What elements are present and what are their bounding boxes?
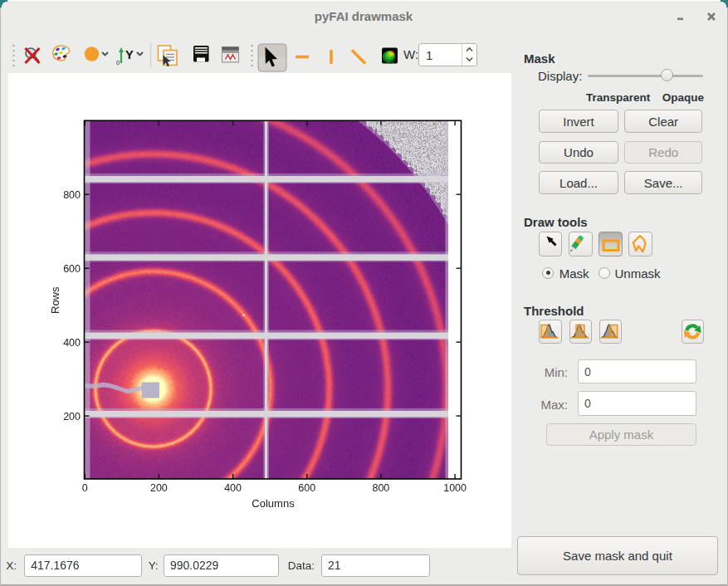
svg-text:W:: W: — [403, 47, 418, 61]
svg-text:0: 0 — [116, 59, 120, 66]
svg-text:Y: Y — [125, 48, 134, 61]
